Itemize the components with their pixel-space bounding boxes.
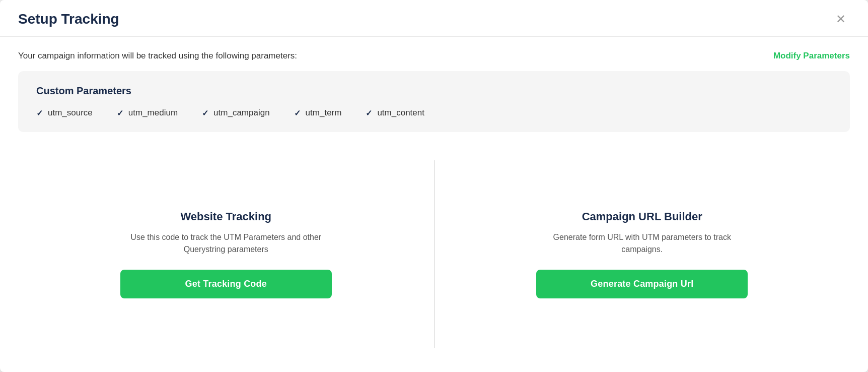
sections-row: Website Tracking Use this code to track … [18, 150, 850, 358]
params-list: ✓ utm_source ✓ utm_medium ✓ utm_campaign… [36, 108, 832, 118]
param-label-utm-term: utm_term [306, 108, 342, 118]
modal-header: Setup Tracking ✕ [0, 0, 868, 37]
param-label-utm-content: utm_content [377, 108, 424, 118]
generate-campaign-url-button[interactable]: Generate Campaign Url [536, 270, 748, 298]
modify-parameters-link[interactable]: Modify Parameters [773, 51, 850, 61]
website-tracking-desc: Use this code to track the UTM Parameter… [130, 231, 322, 256]
close-icon: ✕ [836, 13, 846, 25]
check-icon-utm-term: ✓ [294, 108, 301, 118]
setup-tracking-modal: Setup Tracking ✕ Your campaign informati… [0, 0, 868, 372]
website-tracking-title: Website Tracking [180, 210, 271, 223]
check-icon-utm-content: ✓ [366, 108, 372, 118]
custom-parameters-box: Custom Parameters ✓ utm_source ✓ utm_med… [18, 71, 850, 132]
modal-body: Your campaign information will be tracke… [0, 37, 868, 372]
campaign-url-builder-section: Campaign URL Builder Generate form URL w… [435, 150, 850, 358]
info-text: Your campaign information will be tracke… [18, 51, 297, 61]
param-item-utm-source: ✓ utm_source [36, 108, 93, 118]
param-label-utm-medium: utm_medium [128, 108, 178, 118]
website-tracking-section: Website Tracking Use this code to track … [18, 150, 434, 358]
param-item-utm-term: ✓ utm_term [294, 108, 342, 118]
check-icon-utm-source: ✓ [36, 108, 43, 118]
custom-parameters-title: Custom Parameters [36, 85, 832, 97]
check-icon-utm-campaign: ✓ [202, 108, 208, 118]
param-item-utm-content: ✓ utm_content [366, 108, 424, 118]
close-button[interactable]: ✕ [832, 11, 850, 27]
modal-title: Setup Tracking [18, 11, 119, 27]
param-label-utm-campaign: utm_campaign [213, 108, 270, 118]
param-label-utm-source: utm_source [48, 108, 93, 118]
info-row: Your campaign information will be tracke… [18, 51, 850, 61]
check-icon-utm-medium: ✓ [117, 108, 123, 118]
get-tracking-code-button[interactable]: Get Tracking Code [120, 270, 332, 298]
param-item-utm-medium: ✓ utm_medium [117, 108, 178, 118]
param-item-utm-campaign: ✓ utm_campaign [202, 108, 270, 118]
campaign-url-builder-desc: Generate form URL with UTM parameters to… [546, 231, 738, 256]
campaign-url-builder-title: Campaign URL Builder [582, 210, 702, 223]
